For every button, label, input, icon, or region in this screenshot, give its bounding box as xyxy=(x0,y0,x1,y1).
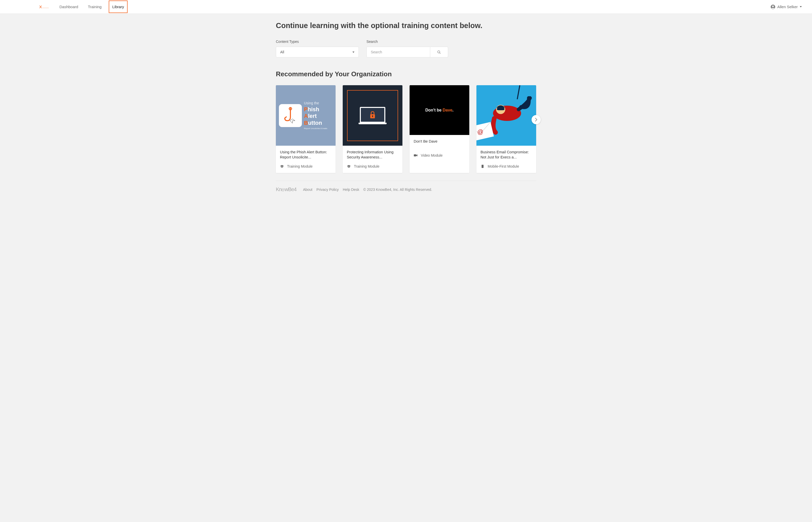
card-thumbnail: Don't be Dave. xyxy=(410,85,469,135)
nav-left: Dashboard Training Library xyxy=(38,1,127,13)
footer-link-privacy[interactable]: Privacy Policy xyxy=(316,187,339,192)
content-type-filter: Content Types All xyxy=(276,40,359,57)
card-type-label: Training Module xyxy=(287,164,313,168)
card-meta: Training Module xyxy=(347,164,398,168)
card-thumbnail xyxy=(343,85,402,146)
footer-copyright: © 2023 KnowBe4, Inc. All Rights Reserved… xyxy=(363,187,432,192)
card-type-label: Training Module xyxy=(354,164,379,168)
card-thumbnail: Using the Phish Alert Button Report Unso… xyxy=(276,85,336,146)
training-card[interactable]: Using the Phish Alert Button Report Unso… xyxy=(276,85,336,173)
user-menu[interactable]: Allen Selker xyxy=(771,5,802,9)
footer-link-helpdesk[interactable]: Help Desk xyxy=(343,187,359,192)
search-input[interactable] xyxy=(367,47,430,57)
svg-line-4 xyxy=(439,53,440,54)
carousel-next-button[interactable] xyxy=(532,115,541,124)
card-title: Don't Be Dave xyxy=(414,139,465,149)
email-thief-icon: @ xyxy=(476,85,536,146)
card-meta: Mobile-First Module xyxy=(480,164,532,168)
svg-rect-8 xyxy=(372,116,373,117)
content-type-select[interactable]: All xyxy=(276,47,359,57)
user-name: Allen Selker xyxy=(777,5,798,9)
graduation-cap-icon xyxy=(280,164,284,168)
footer-brand: KnwBe4 xyxy=(276,186,297,193)
svg-point-2 xyxy=(772,5,774,7)
card-meta: Training Module xyxy=(280,164,332,168)
training-card[interactable]: Protecting Information Using Security Aw… xyxy=(343,85,402,173)
nav-training[interactable]: Training xyxy=(85,1,104,13)
user-avatar-icon xyxy=(771,5,775,9)
footer: KnwBe4 About Privacy Policy Help Desk © … xyxy=(271,186,541,203)
footer-link-about[interactable]: About xyxy=(303,187,313,192)
search-button[interactable] xyxy=(430,47,448,57)
graduation-cap-icon xyxy=(347,164,351,168)
pab-hook-icon xyxy=(279,104,302,127)
divider xyxy=(276,181,536,181)
card-type-label: Video Module xyxy=(421,153,442,157)
content-type-label: Content Types xyxy=(276,40,359,44)
filter-bar: Content Types All Search xyxy=(276,40,536,57)
card-title: Using the Phish Alert Button: Report Uns… xyxy=(280,150,332,160)
svg-rect-9 xyxy=(414,154,416,156)
card-list: Using the Phish Alert Button Report Unso… xyxy=(276,85,536,173)
mobile-icon xyxy=(480,164,484,168)
search-wrap xyxy=(367,47,448,57)
card-title: Protecting Information Using Security Aw… xyxy=(347,150,398,160)
search-filter: Search xyxy=(367,40,448,57)
training-card[interactable]: @ Business Email Compromise: Not Just fo… xyxy=(476,85,536,173)
svg-line-10 xyxy=(517,85,520,99)
recommended-carousel: Using the Phish Alert Button Report Unso… xyxy=(276,85,536,173)
svg-point-3 xyxy=(438,51,440,53)
page-title: Continue learning with the optional trai… xyxy=(276,21,536,30)
card-meta: Video Module xyxy=(414,153,465,157)
card-type-label: Mobile-First Module xyxy=(488,164,519,168)
main-content: Continue learning with the optional trai… xyxy=(271,14,541,181)
svg-rect-13 xyxy=(497,108,504,110)
laptop-lock-icon xyxy=(360,107,385,124)
top-nav: Dashboard Training Library Allen Selker xyxy=(0,0,812,14)
search-icon xyxy=(437,50,441,54)
chevron-down-icon xyxy=(800,6,802,7)
card-thumbnail: @ xyxy=(476,85,536,146)
brand-logo[interactable] xyxy=(38,4,50,9)
training-card[interactable]: Don't be Dave. Don't Be Dave Video Modul… xyxy=(410,85,469,173)
chevron-right-icon xyxy=(535,118,537,121)
nav-dashboard[interactable]: Dashboard xyxy=(57,1,81,13)
search-label: Search xyxy=(367,40,448,44)
recommended-heading: Recommended by Your Organization xyxy=(276,70,536,78)
nav-library[interactable]: Library xyxy=(109,1,127,13)
caret-down-icon xyxy=(352,52,354,53)
card-title: Business Email Compromise: Not Just for … xyxy=(480,150,532,160)
svg-rect-16 xyxy=(481,165,483,168)
content-type-value: All xyxy=(280,50,284,54)
video-icon xyxy=(414,154,418,157)
